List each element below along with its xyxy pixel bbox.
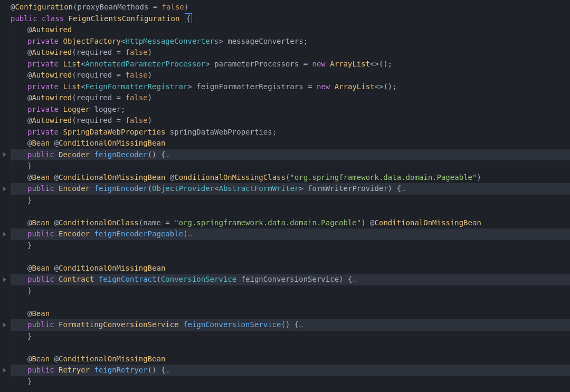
token: Autowired	[32, 48, 72, 56]
code-line[interactable]: }	[11, 240, 570, 252]
token: =	[112, 93, 125, 102]
token: ()	[379, 60, 388, 68]
code-line[interactable]: @Bean @ConditionalOnClass(name = "org.sp…	[11, 217, 570, 229]
gutter-cell	[0, 160, 10, 172]
token: private	[27, 105, 59, 113]
token	[50, 218, 54, 227]
code-line[interactable]: private List<AnnotatedParameterProcessor…	[11, 59, 570, 70]
line-content: private ObjectFactory<HttpMessageConvert…	[11, 36, 308, 47]
token: new	[317, 82, 330, 91]
code-line[interactable]: public Decoder feignDecoder() {…	[11, 149, 570, 161]
code-line[interactable]: @Autowired(required = false)	[11, 115, 570, 127]
line-content: @Configuration(proxyBeanMethods = false)	[11, 2, 188, 13]
code-line[interactable]: public Encoder feignEncoder(ObjectProvid…	[11, 183, 570, 195]
fold-toggle-icon[interactable]	[0, 319, 10, 331]
gutter-cell	[0, 376, 10, 388]
token: "org.springframework.data.domain.Pageabl…	[174, 218, 361, 227]
token: feignDecoder	[94, 150, 147, 159]
line-content: @Autowired(required = false)	[11, 92, 152, 104]
code-line[interactable]: private List<FeignFormatterRegistrar> fe…	[11, 81, 570, 93]
token: false	[125, 71, 147, 79]
line-content: private Logger logger;	[11, 104, 125, 116]
code-line[interactable]	[11, 297, 570, 308]
code-line[interactable]: @Bean @ConditionalOnMissingBean	[11, 263, 570, 274]
line-content: @Bean @ConditionalOnMissingBean	[11, 138, 165, 149]
token: (	[72, 116, 76, 125]
code-line[interactable]: public FormattingConversionService feign…	[11, 319, 570, 331]
token: }	[27, 377, 32, 386]
code-line[interactable]: private ObjectFactory<HttpMessageConvert…	[11, 36, 570, 47]
line-content: @Bean @ConditionalOnMissingBean @Conditi…	[11, 172, 481, 184]
code-line[interactable]: @Autowired(required = false)	[11, 92, 570, 104]
token: false	[125, 93, 147, 102]
token: <	[81, 82, 85, 91]
token: public	[27, 366, 54, 374]
code-line[interactable]: @Configuration(proxyBeanMethods = false)	[11, 2, 570, 13]
gutter-cell	[0, 13, 10, 25]
code-line[interactable]: }	[11, 160, 570, 172]
code-line[interactable]: private Logger logger;	[11, 104, 570, 116]
code-line[interactable]: @Bean @ConditionalOnMissingBean	[11, 353, 570, 365]
code-line[interactable]: public Retryer feignRetryer() {…	[11, 365, 570, 376]
token: FeignClientsConfiguration	[69, 14, 180, 23]
code-line[interactable]: public Contract feignContract(Conversion…	[11, 274, 570, 285]
code-area[interactable]: @Configuration(proxyBeanMethods = false)…	[10, 2, 570, 392]
code-line[interactable]: @Autowired	[11, 24, 570, 36]
line-content: private List<FeignFormatterRegistrar> fe…	[11, 81, 397, 93]
token	[344, 275, 348, 283]
token: )	[361, 218, 365, 227]
token: =	[148, 3, 162, 11]
token: Encoder	[59, 184, 90, 193]
token: )	[339, 275, 343, 283]
code-line[interactable]	[11, 342, 570, 353]
fold-toggle-icon[interactable]	[0, 183, 10, 195]
code-line[interactable]	[11, 251, 570, 263]
token: =	[112, 116, 125, 125]
token	[50, 355, 54, 363]
gutter-cell	[0, 92, 10, 104]
fold-toggle-icon[interactable]	[0, 274, 10, 285]
token	[165, 173, 169, 181]
fold-toggle-icon[interactable]	[0, 365, 10, 376]
token: private	[27, 82, 59, 91]
token: <>	[370, 60, 379, 68]
token: HttpMessageConverters	[125, 37, 218, 45]
token	[54, 366, 59, 374]
token	[179, 14, 184, 23]
token: feignContract	[99, 275, 157, 283]
code-line[interactable]: public Encoder feignEncoderPageable(…	[11, 228, 570, 240]
token: AnnotatedParameterProcessor	[86, 60, 206, 68]
token: =	[161, 218, 174, 227]
token: FeignFormatterRegistrar	[86, 82, 188, 91]
token: required	[77, 93, 112, 102]
fold-toggle-icon[interactable]	[0, 228, 10, 240]
code-line[interactable]: }	[11, 195, 570, 206]
code-line[interactable]: @Bean	[11, 308, 570, 320]
gutter-cell	[0, 331, 10, 342]
token: List	[63, 82, 81, 91]
code-line[interactable]: @Bean @ConditionalOnMissingBean @Conditi…	[11, 172, 570, 184]
code-line[interactable]	[11, 206, 570, 217]
token: (	[72, 93, 76, 102]
gutter-cell	[0, 297, 10, 308]
code-line[interactable]: @Bean @ConditionalOnMissingBean	[11, 138, 570, 149]
code-line[interactable]: }	[11, 376, 570, 388]
token: …	[401, 184, 405, 193]
token: …	[352, 275, 356, 283]
code-editor[interactable]: @Configuration(proxyBeanMethods = false)…	[0, 0, 570, 392]
code-line[interactable]: @Autowired(required = false)	[11, 70, 570, 81]
code-line[interactable]: public class FeignClientsConfiguration {	[11, 13, 570, 25]
fold-toggle-icon[interactable]	[0, 149, 10, 161]
code-line[interactable]: }	[11, 285, 570, 297]
line-content: public FormattingConversionService feign…	[11, 319, 303, 331]
gutter-cell	[0, 217, 10, 229]
gutter-cell	[0, 240, 10, 252]
code-line[interactable]: @Autowired(required = false)	[11, 47, 570, 59]
token: (	[72, 71, 76, 79]
code-line[interactable]: }	[11, 331, 570, 342]
gutter-cell	[0, 195, 10, 206]
code-line[interactable]: private SpringDataWebProperties springDa…	[11, 127, 570, 138]
gutter-cell	[0, 24, 10, 36]
token: >	[299, 184, 303, 193]
token: ;	[121, 105, 125, 113]
